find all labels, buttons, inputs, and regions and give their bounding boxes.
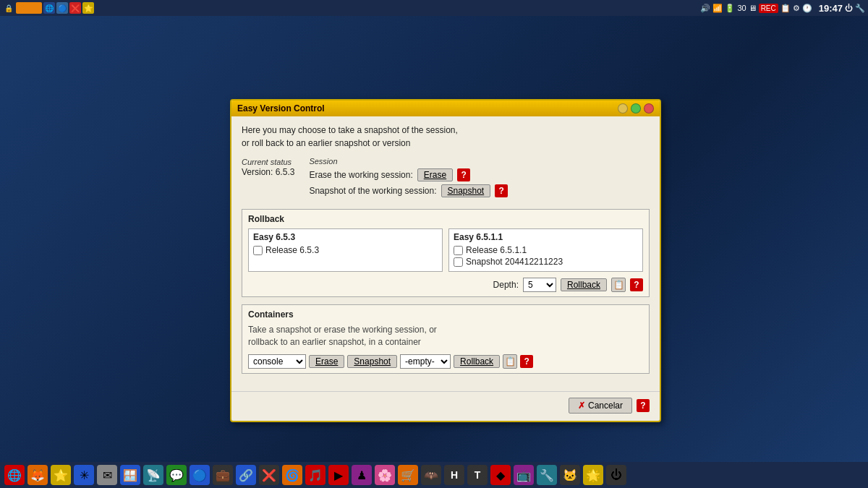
- rollback-item-2: Release 6.5.1.1: [454, 245, 638, 255]
- dock-icon-10[interactable]: 💼: [213, 465, 233, 485]
- containers-snapshot-button[interactable]: Snapshot: [347, 355, 397, 368]
- tb-extra2: 🖥: [749, 4, 757, 12]
- dock-icon-7[interactable]: 📡: [143, 465, 163, 485]
- containers-desc: Take a snapshot or erase the working ses…: [248, 324, 643, 348]
- empty-select[interactable]: -empty-: [400, 354, 451, 369]
- dialog-titlebar: Easy Version Control: [231, 100, 660, 116]
- snapshot-session-label: Snapshot of the working session:: [309, 186, 436, 196]
- settings-icon[interactable]: 🔧: [855, 4, 865, 13]
- dock-icon-24[interactable]: 🔧: [537, 465, 557, 485]
- battery-icon[interactable]: 🔋: [725, 4, 735, 13]
- snapshot-session-row: Snapshot of the working session: Snapsho…: [309, 184, 650, 197]
- dock-icon-5[interactable]: ✉: [97, 465, 117, 485]
- containers-erase-button[interactable]: Erase: [309, 355, 344, 368]
- dock-icon-11[interactable]: 🔗: [236, 465, 256, 485]
- erase-help-button[interactable]: ?: [457, 168, 470, 181]
- cancel-button[interactable]: ✗ Cancelar: [569, 398, 632, 414]
- clock: 19:47: [819, 3, 843, 14]
- dock-icon-1[interactable]: 🌐: [4, 465, 25, 485]
- minimize-button[interactable]: [618, 103, 628, 114]
- tb-icon-4[interactable]: 🔵: [56, 2, 68, 14]
- taskbar-left-icons: 🔒 🌐 🔵 ❌ ⭐: [3, 2, 94, 14]
- dock-icon-13[interactable]: 🌀: [282, 465, 302, 485]
- tb-icon-5[interactable]: ❌: [69, 2, 81, 14]
- dock-icon-22[interactable]: ◆: [490, 465, 511, 485]
- footer-help-button[interactable]: ?: [637, 399, 650, 412]
- tb-extra1: 30: [737, 4, 746, 12]
- erase-session-row: Erase the working session: Erase ?: [309, 168, 650, 181]
- dock-icon-25[interactable]: 🐱: [560, 465, 580, 485]
- rollback-item-3-label: Snapshot 204412211223: [466, 257, 563, 267]
- console-select[interactable]: console: [248, 354, 306, 369]
- taskbar-bottom: 🌐 🦊 ⭐ ✳ ✉ 🪟 📡 💬 🔵 💼 🔗 ❌ 🌀 🎵 ▶ ♟ 🌸 🛒 🦇 H …: [0, 462, 868, 488]
- taskbar-right-area: 🔊 📶 🔋 30 🖥 REC 📋 ⚙ 🕐 19:47 ⏻ 🔧: [700, 3, 865, 14]
- rollback-checkbox-1[interactable]: [253, 246, 263, 255]
- dialog-title: Easy Version Control: [237, 103, 325, 114]
- dock-icon-14[interactable]: 🎵: [305, 465, 326, 485]
- dock-icon-4[interactable]: ✳: [74, 465, 94, 485]
- desktop: Easy Version Control Here you may choose…: [0, 16, 868, 462]
- version-value: Version: 6.5.3: [242, 167, 294, 177]
- dock-icon-16[interactable]: ♟: [352, 465, 372, 485]
- dock-icon-26[interactable]: 🌟: [583, 465, 603, 485]
- rollback-col-2: Easy 6.5.1.1 Release 6.5.1.1 Snapshot 20…: [448, 228, 643, 272]
- containers-icon-button[interactable]: 📋: [503, 354, 517, 369]
- rollback-icon-button[interactable]: 📋: [611, 278, 626, 292]
- dock-icon-21[interactable]: T: [467, 465, 488, 485]
- network-icon[interactable]: 📶: [712, 4, 723, 13]
- dock-icon-17[interactable]: 🌸: [375, 465, 395, 485]
- current-status-col: Current status Version: 6.5.3: [242, 157, 294, 177]
- power-icon[interactable]: ⏻: [845, 4, 853, 12]
- dock-icon-18[interactable]: 🛒: [398, 465, 418, 485]
- dialog-window-controls: [618, 103, 654, 114]
- rollback-item-1-label: Release 6.5.3: [265, 245, 319, 255]
- tb-extra3: 📋: [780, 4, 791, 13]
- maximize-button[interactable]: [631, 103, 641, 114]
- rollback-help-button[interactable]: ?: [630, 278, 643, 291]
- rollback-controls: Depth: 5 1 2 3 4 6 7 8 9 10 Rollback �: [248, 278, 643, 292]
- volume-icon[interactable]: 🔊: [700, 4, 710, 13]
- cancel-x-icon: ✗: [578, 401, 585, 411]
- tb-orange-btn[interactable]: [16, 2, 42, 14]
- session-label: Session: [309, 157, 650, 166]
- tb-icon-3[interactable]: 🌐: [43, 2, 55, 14]
- cancel-label: Cancelar: [588, 401, 623, 411]
- dock-icon-9[interactable]: 🔵: [190, 465, 210, 485]
- dock-icon-19[interactable]: 🦇: [421, 465, 441, 485]
- close-button[interactable]: [644, 103, 654, 114]
- dock-icon-23[interactable]: 📺: [514, 465, 534, 485]
- dock-icon-15[interactable]: ▶: [328, 465, 349, 485]
- rollback-section: Rollback Easy 6.5.3 Release 6.5.3 Easy 6…: [242, 209, 650, 297]
- dialog-body: Here you may choose to take a snapshot o…: [231, 116, 660, 391]
- rollback-checkbox-3[interactable]: [454, 257, 463, 267]
- dock-icon-8[interactable]: 💬: [166, 465, 187, 485]
- erase-session-button[interactable]: Erase: [417, 168, 453, 181]
- containers-rollback-button[interactable]: Rollback: [454, 355, 500, 368]
- dock-icon-6[interactable]: 🪟: [120, 465, 140, 485]
- depth-select[interactable]: 5 1 2 3 4 6 7 8 9 10: [523, 278, 556, 292]
- tb-extra4: ⚙: [793, 4, 800, 13]
- dock-icon-20[interactable]: H: [444, 465, 464, 485]
- snapshot-session-button[interactable]: Snapshot: [441, 184, 491, 197]
- dock-icon-27[interactable]: ⏻: [606, 465, 626, 485]
- status-session-row: Current status Version: 6.5.3 Session Er…: [242, 157, 650, 200]
- dock-icon-3[interactable]: ⭐: [51, 465, 71, 485]
- tb-icon-1[interactable]: 🔒: [3, 2, 14, 14]
- dock-icon-2[interactable]: 🦊: [27, 465, 48, 485]
- taskbar-top: 🔒 🌐 🔵 ❌ ⭐ 🔊 📶 🔋 30 🖥 REC 📋 ⚙ 🕐 19:47 ⏻ 🔧: [0, 0, 868, 16]
- tb-icon-6[interactable]: ⭐: [82, 2, 94, 14]
- rollback-item-2-label: Release 6.5.1.1: [466, 245, 527, 255]
- tb-rec[interactable]: REC: [759, 4, 778, 13]
- rollback-button[interactable]: Rollback: [561, 278, 607, 291]
- rollback-columns: Easy 6.5.3 Release 6.5.3 Easy 6.5.1.1 Re…: [248, 228, 643, 272]
- containers-help-button[interactable]: ?: [520, 355, 533, 368]
- rollback-checkbox-2[interactable]: [454, 246, 463, 255]
- col1-title: Easy 6.5.3: [253, 232, 438, 242]
- col2-title: Easy 6.5.1.1: [454, 232, 638, 242]
- tb-extra5: 🕐: [802, 4, 812, 13]
- dock-icon-12[interactable]: ❌: [259, 465, 279, 485]
- containers-label: Containers: [248, 309, 643, 320]
- snapshot-help-button[interactable]: ?: [495, 184, 508, 197]
- containers-controls: console Erase Snapshot -empty- Rollback …: [248, 354, 643, 369]
- rollback-item-3: Snapshot 204412211223: [454, 257, 638, 267]
